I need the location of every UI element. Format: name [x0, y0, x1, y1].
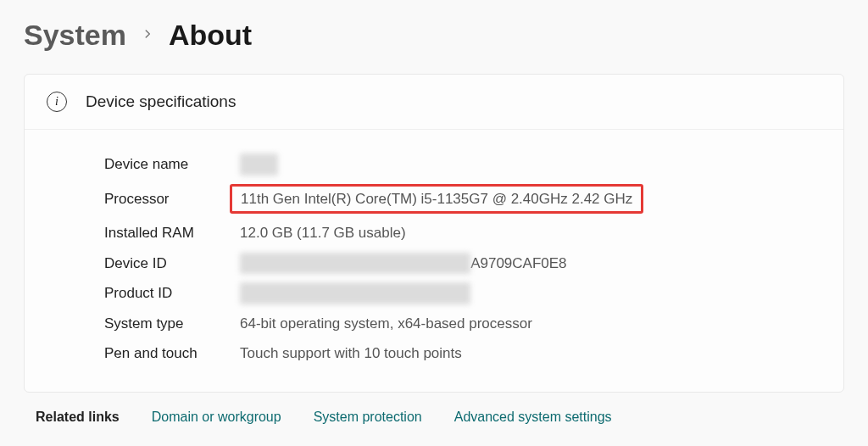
- specs-table: Device name XXXX Processor 11th Gen Inte…: [25, 130, 843, 392]
- value-processor: 11th Gen Intel(R) Core(TM) i5-1135G7 @ 2…: [241, 191, 632, 207]
- processor-highlight: 11th Gen Intel(R) Core(TM) i5-1135G7 @ 2…: [230, 184, 643, 215]
- label-product-id: Product ID: [104, 282, 240, 304]
- label-device-id: Device ID: [104, 253, 240, 275]
- value-installed-ram: 12.0 GB (11.7 GB usable): [240, 222, 406, 244]
- label-device-name: Device name: [104, 153, 240, 176]
- related-links: Related links Domain or workgroup System…: [24, 393, 844, 425]
- row-processor: Processor 11th Gen Intel(R) Core(TM) i5-…: [104, 184, 821, 215]
- breadcrumb-system[interactable]: System: [24, 19, 126, 52]
- breadcrumb-about: About: [169, 19, 252, 52]
- row-installed-ram: Installed RAM 12.0 GB (11.7 GB usable): [104, 222, 821, 244]
- row-system-type: System type 64-bit operating system, x64…: [104, 313, 821, 335]
- row-device-name: Device name XXXX: [104, 153, 821, 176]
- label-installed-ram: Installed RAM: [104, 222, 240, 244]
- chevron-right-icon: [142, 28, 153, 43]
- value-product-id: XXXXXXXXXXXXXXXXXXXXXXXX: [240, 282, 470, 304]
- link-domain-workgroup[interactable]: Domain or workgroup: [152, 410, 281, 425]
- value-system-type: 64-bit operating system, x64-based proce…: [240, 313, 532, 335]
- related-links-title: Related links: [36, 410, 120, 425]
- row-product-id: Product ID XXXXXXXXXXXXXXXXXXXXXXXX: [104, 282, 821, 304]
- breadcrumb: System About: [24, 19, 844, 52]
- card-header[interactable]: i Device specifications: [25, 75, 843, 130]
- device-specs-card: i Device specifications Device name XXXX…: [24, 74, 844, 393]
- link-advanced-system-settings[interactable]: Advanced system settings: [454, 410, 612, 425]
- value-pen-touch: Touch support with 10 touch points: [240, 343, 462, 365]
- label-system-type: System type: [104, 313, 240, 335]
- row-pen-touch: Pen and touch Touch support with 10 touc…: [104, 343, 821, 365]
- value-device-id: XXXXXXXXXXXXXXXXXXXXXXXXA9709CAF0E8: [240, 253, 567, 275]
- label-processor: Processor: [104, 188, 240, 210]
- value-device-name: XXXX: [240, 153, 278, 176]
- label-pen-touch: Pen and touch: [104, 343, 240, 365]
- link-system-protection[interactable]: System protection: [314, 410, 422, 425]
- info-icon: i: [47, 92, 67, 112]
- row-device-id: Device ID XXXXXXXXXXXXXXXXXXXXXXXXA9709C…: [104, 253, 821, 275]
- card-title: Device specifications: [86, 92, 236, 111]
